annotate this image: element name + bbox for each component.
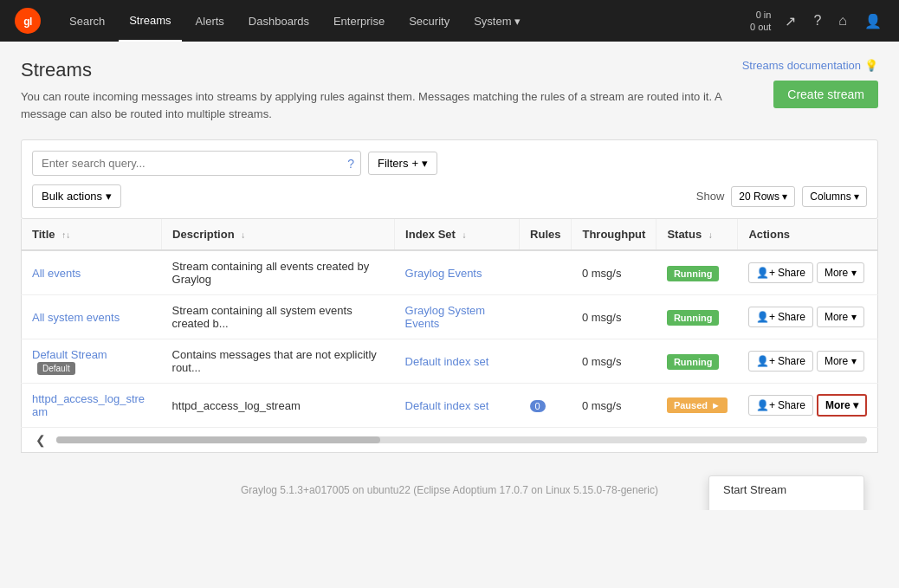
share-icon: 👤+ bbox=[756, 399, 775, 411]
description-sort-icon: ↓ bbox=[241, 230, 245, 240]
page-container: Streams You can route incoming messages … bbox=[0, 42, 899, 470]
page-header-right: Streams documentation 💡 Create stream bbox=[742, 59, 878, 108]
row-throughput: 0 msg/s bbox=[572, 339, 656, 384]
row-status: Running bbox=[656, 250, 738, 295]
row-title: httpd_access_log_stream bbox=[22, 384, 162, 428]
index-set-link[interactable]: Graylog Events bbox=[405, 267, 482, 280]
external-link-icon[interactable]: ↗ bbox=[781, 10, 799, 33]
stream-title-link[interactable]: Default Stream bbox=[32, 348, 107, 361]
footer-text: Graylog 5.1.3+a017005 on ubuntu22 (Eclip… bbox=[241, 484, 658, 496]
dropdown-quick-add-rule[interactable]: Quick add rule bbox=[709, 503, 863, 510]
row-title: Default Stream Default bbox=[22, 339, 162, 384]
row-status: Paused ► bbox=[656, 384, 738, 428]
page-description: You can route incoming messages into str… bbox=[21, 88, 731, 122]
nav-dashboards[interactable]: Dashboards bbox=[238, 0, 320, 42]
more-button[interactable]: More ▾ bbox=[817, 307, 864, 327]
stream-title-link[interactable]: All events bbox=[32, 267, 81, 280]
nav-system[interactable]: System ▾ bbox=[463, 0, 531, 42]
logo[interactable]: gl bbox=[14, 7, 42, 35]
row-description: Stream containing all system events crea… bbox=[162, 295, 395, 339]
show-label: Show bbox=[696, 190, 725, 203]
status-sort-icon: ↓ bbox=[708, 230, 713, 240]
lightbulb-icon: 💡 bbox=[864, 59, 878, 72]
table-header: Title ↑↓ Description ↓ Index Set ↓ Rules bbox=[22, 219, 878, 250]
table-row: httpd_access_log_stream httpd_access_log… bbox=[22, 384, 878, 428]
play-icon: ► bbox=[711, 400, 721, 410]
row-index-set: Default index set bbox=[395, 339, 520, 384]
page-title: Streams bbox=[21, 59, 731, 81]
share-button[interactable]: 👤+ Share bbox=[748, 395, 813, 416]
status-badge: Running bbox=[667, 266, 720, 281]
action-buttons: 👤+ Share More ▾ bbox=[748, 394, 867, 417]
toolbar: ? Filters + ▾ Bulk actions ▾ Show 20 Row… bbox=[21, 139, 878, 219]
title-sort-icon: ↑↓ bbox=[61, 230, 70, 240]
row-throughput: 0 msg/s bbox=[572, 250, 656, 295]
row-index-set: Graylog Events bbox=[395, 250, 520, 295]
page-header-left: Streams You can route incoming messages … bbox=[21, 59, 731, 122]
search-input[interactable] bbox=[32, 151, 361, 176]
row-description: Contains messages that are not explicitl… bbox=[162, 339, 395, 384]
stream-title-link[interactable]: httpd_access_log_stream bbox=[32, 392, 145, 418]
create-stream-button[interactable]: Create stream bbox=[773, 81, 878, 108]
scrollbar-track[interactable] bbox=[56, 436, 867, 443]
user-icon[interactable]: 👤 bbox=[861, 10, 885, 33]
col-index-set[interactable]: Index Set ↓ bbox=[395, 219, 520, 250]
dropdown-start-stream[interactable]: Start Stream bbox=[709, 476, 863, 503]
more-button[interactable]: More ▾ bbox=[817, 262, 864, 283]
svg-text:gl: gl bbox=[23, 16, 32, 28]
row-description: Stream containing all events created by … bbox=[162, 250, 395, 295]
status-badge: Running bbox=[667, 354, 720, 370]
logo-text: gl bbox=[14, 7, 42, 35]
row-index-set: Graylog System Events bbox=[395, 295, 520, 339]
more-button-active[interactable]: More ▾ bbox=[817, 394, 867, 417]
index-set-link[interactable]: Graylog System Events bbox=[405, 304, 485, 330]
filters-button[interactable]: Filters + ▾ bbox=[368, 152, 437, 175]
col-rules[interactable]: Rules bbox=[520, 219, 572, 250]
share-icon: 👤+ bbox=[756, 311, 775, 323]
nav-alerts[interactable]: Alerts bbox=[185, 0, 235, 42]
share-button[interactable]: 👤+ Share bbox=[748, 307, 813, 327]
nav-right-actions: 0 in 0 out ↗ ? ⌂ 👤 bbox=[750, 9, 885, 34]
col-status[interactable]: Status ↓ bbox=[656, 219, 738, 250]
row-actions: 👤+ Share More ▾ bbox=[738, 295, 878, 339]
share-icon: 👤+ bbox=[756, 267, 775, 279]
page-header: Streams You can route incoming messages … bbox=[21, 59, 878, 122]
scroll-row: ❮ bbox=[21, 428, 878, 453]
row-actions: 👤+ Share More ▾ bbox=[738, 339, 878, 384]
row-title: All system events bbox=[22, 295, 162, 339]
action-buttons: 👤+ Share More ▾ bbox=[748, 307, 867, 327]
row-rules: 0 bbox=[520, 384, 572, 428]
stream-title-link[interactable]: All system events bbox=[32, 311, 120, 324]
action-buttons: 👤+ Share More ▾ bbox=[748, 351, 867, 372]
nav-security[interactable]: Security bbox=[398, 0, 460, 42]
row-throughput: 0 msg/s bbox=[572, 295, 656, 339]
rows-selector[interactable]: 20 Rows ▾ bbox=[731, 186, 795, 207]
docs-link[interactable]: Streams documentation 💡 bbox=[742, 59, 878, 72]
row-status: Running bbox=[656, 339, 738, 384]
nav-search[interactable]: Search bbox=[59, 0, 115, 42]
index-set-link[interactable]: Default index set bbox=[405, 355, 489, 368]
rules-badge: 0 bbox=[530, 400, 546, 412]
share-button[interactable]: 👤+ Share bbox=[748, 262, 813, 283]
index-set-link[interactable]: Default index set bbox=[405, 399, 489, 412]
default-badge: Default bbox=[37, 362, 75, 375]
nav-enterprise[interactable]: Enterprise bbox=[323, 0, 395, 42]
scroll-left-arrow[interactable]: ❮ bbox=[32, 431, 49, 449]
row-actions: 👤+ Share More ▾ bbox=[738, 250, 878, 295]
columns-selector[interactable]: Columns ▾ bbox=[802, 186, 867, 207]
table-body: All events Stream containing all events … bbox=[22, 250, 878, 428]
search-help-icon[interactable]: ? bbox=[347, 157, 354, 171]
streams-table: Title ↑↓ Description ↓ Index Set ↓ Rules bbox=[21, 219, 878, 428]
home-icon[interactable]: ⌂ bbox=[835, 10, 850, 32]
message-counter: 0 in 0 out bbox=[750, 9, 771, 34]
share-button[interactable]: 👤+ Share bbox=[748, 351, 813, 372]
col-throughput[interactable]: Throughput bbox=[572, 219, 656, 250]
col-title[interactable]: Title ↑↓ bbox=[22, 219, 162, 250]
row-status: Running bbox=[656, 295, 738, 339]
col-description[interactable]: Description ↓ bbox=[162, 219, 395, 250]
more-button[interactable]: More ▾ bbox=[817, 351, 864, 372]
bulk-actions-button[interactable]: Bulk actions ▾ bbox=[32, 184, 121, 208]
help-icon[interactable]: ? bbox=[810, 10, 825, 32]
nav-streams[interactable]: Streams bbox=[119, 0, 181, 42]
table-row: Default Stream Default Contains messages… bbox=[22, 339, 878, 384]
